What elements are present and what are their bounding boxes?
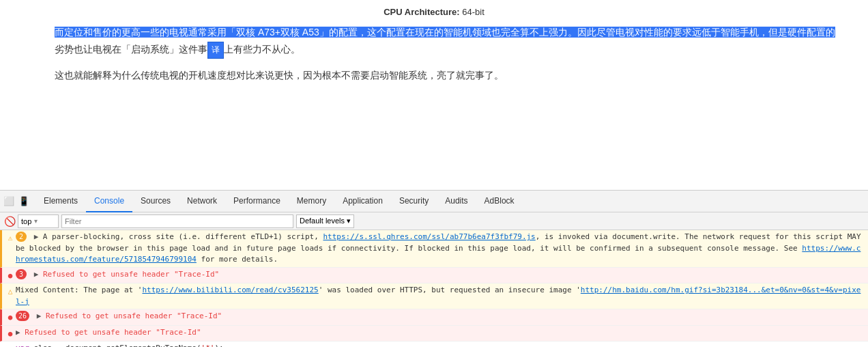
context-value: top <box>21 217 31 225</box>
context-chevron: ▾ <box>34 217 38 225</box>
devtools-tabs: Elements Console Sources Network Perform… <box>35 191 865 212</box>
tab-performance[interactable]: Performance <box>225 191 289 212</box>
toolbar-icons: ⬜ 📱 <box>3 195 30 208</box>
cpu-architecture-line: CPU Architecture: 64-bit <box>14 7 854 17</box>
paragraph1-text: 劣势也让电视在「启动系统」这件事 <box>55 44 207 55</box>
devtools-toolbar: ⬜ 📱 Elements Console Sources Network Per… <box>0 191 868 212</box>
log-entry: › var eles = document.getElementsByTagNa… <box>0 342 868 347</box>
console-toolbar: 🚫 top ▾ Default levels ▾ <box>0 212 868 230</box>
log-levels-selector[interactable]: Default levels ▾ <box>296 214 354 228</box>
log-text: var eles = document.getElementsByTagName… <box>16 343 865 347</box>
tab-adblock[interactable]: AdBlock <box>476 191 523 212</box>
error-badge: 3 <box>16 269 27 279</box>
expand-arrow[interactable]: ▶ <box>34 270 39 279</box>
log-entry: ● ▶ Refused to get unsafe header "Trace-… <box>0 326 868 342</box>
error-icon: ● <box>5 311 16 324</box>
tab-security[interactable]: Security <box>391 191 437 212</box>
warning-badge: 2 <box>16 232 27 242</box>
expand-arrow[interactable]: ▶ <box>37 311 42 320</box>
paragraph1: 而定位和售价的更高一些的电视通常采用「双核 A73+双核 A53」的配置，这个配… <box>55 24 854 59</box>
tab-elements[interactable]: Elements <box>35 191 86 212</box>
cpu-value: 64-bit <box>462 7 484 17</box>
error-badge: 26 <box>16 311 29 321</box>
log-text: 26 ▶ Refused to get unsafe header "Trace… <box>16 311 865 322</box>
highlighted-text-1: 而定位和售价的更高一些的电视通常采用「双核 A73+双核 A53」的配置，这个配… <box>55 27 587 38</box>
expand-arrow[interactable]: ▶ <box>34 232 39 241</box>
tab-sources[interactable]: Sources <box>132 191 179 212</box>
tab-memory[interactable]: Memory <box>289 191 334 212</box>
translate-button[interactable]: 译 <box>207 42 224 59</box>
paragraph2: 这也就能解释为什么传统电视的开机速度想对比来说更快，因为根本不需要启动智能系统，… <box>55 67 854 84</box>
devtools-panel: ⬜ 📱 Elements Console Sources Network Per… <box>0 190 868 347</box>
log-text: Mixed Content: The page at 'https://www.… <box>16 285 865 307</box>
log-levels-label: Default levels ▾ <box>300 217 351 225</box>
console-log-area[interactable]: ⚠ 2 ▶ A parser-blocking, cross site (i.e… <box>0 230 868 347</box>
log-entry: △ Mixed Content: The page at 'https://ww… <box>0 283 868 309</box>
log-entry: ● 3 ▶ Refused to get unsafe header "Trac… <box>0 268 868 284</box>
tab-console[interactable]: Console <box>86 191 132 212</box>
warning-icon: △ <box>5 285 16 298</box>
paragraph1-end: 上有些力不从心。 <box>224 44 300 55</box>
log-entry: ⚠ 2 ▶ A parser-blocking, cross site (i.e… <box>0 230 868 268</box>
cpu-label: CPU Architecture: <box>384 7 459 17</box>
tab-application[interactable]: Application <box>334 191 391 212</box>
log-entry: ● 26 ▶ Refused to get unsafe header "Tra… <box>0 309 868 326</box>
expand-arrow[interactable]: ▶ <box>16 328 20 337</box>
clear-console-icon[interactable]: 🚫 <box>4 216 15 227</box>
highlighted-text-2: 此尽管电视对性能的要求远低于智能手机，但是硬件配置的 <box>587 27 835 38</box>
page-content: CPU Architecture: 64-bit 而定位和售价的更高一些的电视通… <box>0 0 868 190</box>
log-link-2[interactable]: https://www.chromestatus.com/feature/571… <box>16 244 860 264</box>
tab-audits[interactable]: Audits <box>437 191 476 212</box>
error-icon: ● <box>5 327 16 340</box>
filter-input[interactable] <box>61 214 293 228</box>
log-text: ▶ Refused to get unsafe header "Trace-Id… <box>16 327 865 339</box>
device-toolbar-icon[interactable]: 📱 <box>18 195 30 208</box>
warning-icon: ⚠ <box>5 232 16 245</box>
inspect-element-icon[interactable]: ⬜ <box>3 195 15 208</box>
log-link[interactable]: https://www.bilibili.com/read/cv3562125 <box>142 286 318 294</box>
prompt-icon: › <box>5 343 16 347</box>
tab-network[interactable]: Network <box>179 191 225 212</box>
log-link[interactable]: https://s.ssl.qhres.com/ssl/ab77b6ea7f3f… <box>323 232 535 241</box>
log-text: 2 ▶ A parser-blocking, cross site (i.e. … <box>16 232 865 266</box>
context-selector[interactable]: top ▾ <box>18 214 59 228</box>
error-icon: ● <box>5 269 16 282</box>
log-text: 3 ▶ Refused to get unsafe header "Trace-… <box>16 269 865 281</box>
